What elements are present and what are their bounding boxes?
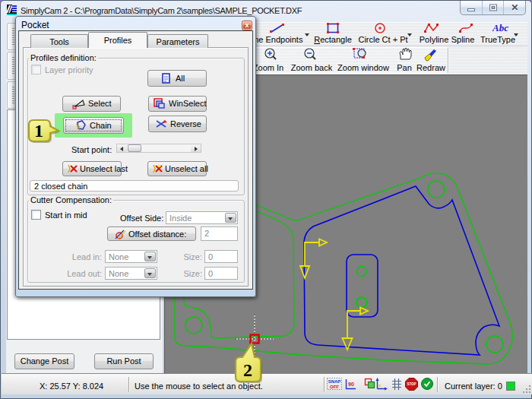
svg-text:1: 1	[34, 121, 43, 141]
svg-text:x: x	[378, 383, 382, 388]
svg-text:SNAP: SNAP	[328, 379, 341, 384]
svg-text:OFF: OFF	[330, 385, 339, 389]
svg-text:90: 90	[348, 382, 354, 387]
svg-text:STOP: STOP	[407, 382, 416, 386]
svg-text:2: 2	[243, 360, 252, 380]
svg-text:Abc: Abc	[492, 22, 508, 33]
